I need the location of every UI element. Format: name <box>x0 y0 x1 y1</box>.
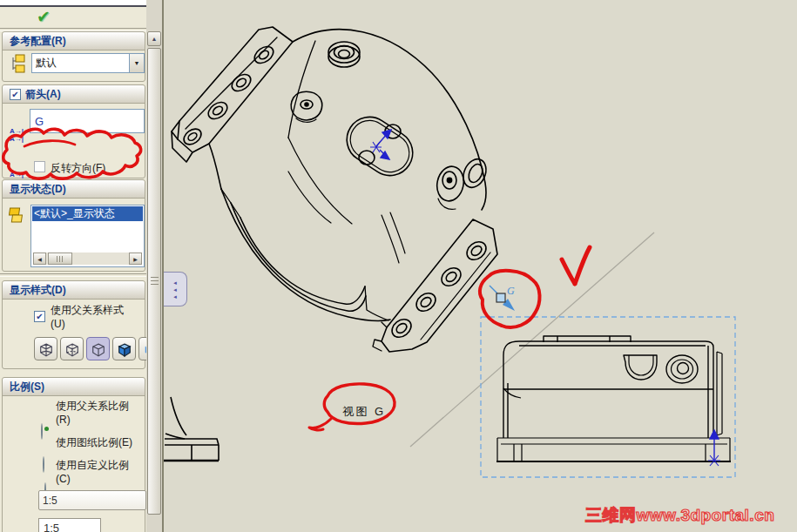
use-parent-style-label: 使用父关系样式 (U) <box>51 303 146 331</box>
group-display-style: 显示样式(D) ✔ 使用父关系样式 (U) <box>2 280 145 369</box>
group-title: 参考配置(R) <box>10 32 66 50</box>
view-origin-marker <box>708 430 720 466</box>
partial-view-bottom-left <box>164 397 219 461</box>
group-title: 箭头(A) <box>25 85 61 103</box>
use-sheet-scale-label: 使用图纸比例(E) <box>56 435 132 450</box>
panel-scrollbar[interactable]: ▲ <box>146 0 162 532</box>
listbox-horizontal-scrollbar[interactable]: ◀ ▶ <box>33 253 142 265</box>
arrow-group-checkbox[interactable]: ✔ <box>10 89 21 100</box>
style-shaded-with-edges-button[interactable] <box>112 337 136 360</box>
message-box-remnant <box>0 0 146 7</box>
use-custom-scale-label: 使用自定义比例 (C) <box>56 458 146 486</box>
reverse-direction-label: 反转方向(F) <box>51 161 105 176</box>
display-state-icon <box>8 205 27 225</box>
group-scale: 比例(S) 使用父关系比例 (R) 使用图纸比例(E) 使用自定义比例 (C) … <box>2 377 145 532</box>
panel-collapse-tab[interactable]: ◂ ◂ ◂ <box>164 272 187 306</box>
style-shaded-button[interactable] <box>138 337 146 360</box>
group-header-display-style[interactable]: 显示样式(D) <box>3 281 145 300</box>
collapse-left-icon: ◂ <box>173 286 177 293</box>
style-wireframe-button[interactable] <box>34 337 57 360</box>
label-direction-icon: A→|A→| <box>10 111 25 158</box>
check-icon: ✔ <box>36 312 43 321</box>
scale-combobox[interactable]: 1:5 <box>38 490 146 510</box>
group-title: 比例(S) <box>10 378 44 395</box>
ok-button[interactable]: ✔ <box>37 7 51 27</box>
group-header-reference-configuration[interactable]: 参考配置(R) <box>3 32 145 51</box>
group-arrow: ✔ 箭头(A) A→|A→| A→|A→| 反转方向(F) <box>2 84 145 178</box>
collapse-left-icon: ◂ <box>173 279 177 286</box>
display-state-selected-item[interactable]: <默认>_显示状态 <box>32 206 143 221</box>
collapse-left-icon: ◂ <box>173 293 177 300</box>
display-state-listbox[interactable]: <默认>_显示状态 ◀ ▶ <box>30 205 145 267</box>
configuration-combobox-value: 默认 <box>32 56 129 71</box>
view-arrow-label: G <box>507 285 515 297</box>
view-letter-input[interactable] <box>30 109 145 133</box>
style-hidden-lines-removed-button[interactable] <box>86 337 110 360</box>
group-reference-configuration: 参考配置(R) 默认 ▼ <box>2 31 145 82</box>
use-sheet-scale-radio[interactable] <box>43 456 44 473</box>
thumb-grip <box>151 277 159 286</box>
scroll-left-icon[interactable]: ◀ <box>33 253 46 265</box>
drawing-canvas[interactable]: G 视图 G ◂ ◂ ◂ 三维网www.3dportal.cn <box>164 0 797 532</box>
scale-combobox-value: 1:5 <box>39 495 145 507</box>
watermark-text: 三维网www.3dportal.cn <box>585 504 774 527</box>
scroll-right-icon[interactable]: ▶ <box>129 253 142 265</box>
display-style-buttons <box>3 337 146 363</box>
group-header-scale[interactable]: 比例(S) <box>3 378 145 396</box>
use-parent-scale-radio[interactable] <box>41 423 43 440</box>
use-parent-scale-label: 使用父关系比例 (R) <box>56 399 146 427</box>
aux-view-drawing <box>496 336 731 461</box>
panel-scrollbar-thumb[interactable] <box>147 48 161 515</box>
view-label-text[interactable]: 视图 G <box>342 405 386 418</box>
arrow-selection-handle[interactable] <box>496 293 505 302</box>
app-window: { "colors": { "annotation_red": "#e01212… <box>0 0 797 532</box>
custom-scale-input[interactable] <box>38 518 101 532</box>
divider <box>0 273 146 277</box>
scroll-up-icon[interactable]: ▲ <box>147 31 161 46</box>
group-display-state: 显示状态(D) <默认>_显示状态 ◀ ▶ <box>2 179 145 272</box>
cad-model-isometric[interactable] <box>172 27 497 352</box>
group-title: 显示状态(D) <box>10 180 66 198</box>
view-direction-arrow[interactable]: G <box>490 285 515 311</box>
chevron-down-icon[interactable]: ▼ <box>129 54 144 72</box>
group-title: 显示样式(D) <box>10 281 66 299</box>
configuration-combobox[interactable]: 默认 ▼ <box>31 53 145 73</box>
use-parent-style-checkbox[interactable]: ✔ <box>34 311 45 322</box>
scrollbar-thumb[interactable] <box>48 253 72 265</box>
property-manager-panel: ✔ 参考配置(R) 默认 ▼ ✔ 箭头(A) A→|A→| <box>0 0 164 532</box>
aux-view-selection[interactable] <box>481 317 735 477</box>
group-header-arrow[interactable]: ✔ 箭头(A) <box>3 85 145 104</box>
view-projection-line <box>410 232 654 447</box>
drawing-sheet: G 视图 G <box>164 0 797 532</box>
thumb-grip <box>57 256 64 262</box>
configuration-icon <box>10 54 29 75</box>
check-icon: ✔ <box>11 90 18 99</box>
reverse-direction-checkbox[interactable] <box>34 161 45 172</box>
style-hidden-lines-visible-button[interactable] <box>60 337 84 360</box>
group-header-display-state[interactable]: 显示状态(D) <box>3 180 145 199</box>
